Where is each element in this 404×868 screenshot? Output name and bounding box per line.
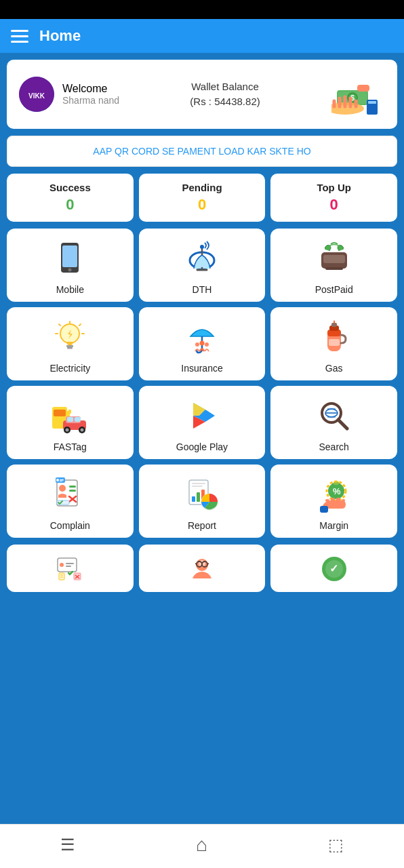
svg-point-17 xyxy=(68,269,72,272)
stat-value-pending: 0 xyxy=(198,196,206,214)
stat-label-pending: Pending xyxy=(182,182,222,193)
service-mobile[interactable]: Mobile xyxy=(7,229,134,302)
postpaid-icon xyxy=(312,238,356,279)
insurance-icon xyxy=(180,317,224,357)
svg-point-52 xyxy=(81,429,84,432)
wallet-info: Wallet Balance (Rs : 54438.82) xyxy=(190,79,260,110)
service-label-insurance: Insurance xyxy=(181,363,222,374)
svg-rect-76 xyxy=(60,479,64,481)
svg-rect-6 xyxy=(357,85,369,92)
service-label-postpaid: PostPaid xyxy=(315,284,353,295)
svg-rect-93 xyxy=(320,506,328,513)
wallet-label: Wallet Balance xyxy=(191,81,259,92)
service-label-fastag: FASTag xyxy=(54,441,87,452)
service-fastag[interactable]: FASTag xyxy=(7,386,134,459)
money-hand-icon: $ xyxy=(331,71,385,118)
svg-rect-83 xyxy=(192,483,205,484)
service-margin[interactable]: % Margin xyxy=(270,465,397,538)
service-dth[interactable]: DTH xyxy=(139,229,266,302)
hamburger-menu[interactable] xyxy=(11,30,28,43)
welcome-label: Welcome xyxy=(62,83,119,95)
stat-card-success[interactable]: Success 0 xyxy=(7,174,134,222)
qr-banner[interactable]: AAP QR CORD SE PAMENT LOAD KAR SKTE HO xyxy=(7,136,397,167)
nav-menu-button[interactable]: ☰ xyxy=(47,833,89,857)
service-label-electricity: Electricity xyxy=(49,363,90,374)
googleplay-icon xyxy=(180,395,224,436)
mobile-icon xyxy=(48,238,92,279)
stat-value-success: 0 xyxy=(66,196,74,214)
service-postpaid[interactable]: PostPaid xyxy=(270,229,397,302)
svg-text:%: % xyxy=(333,486,341,496)
svg-text:✓: ✓ xyxy=(329,563,338,574)
svg-rect-79 xyxy=(192,496,195,502)
svg-rect-70 xyxy=(69,490,76,492)
wallet-amount: (Rs : 54438.82) xyxy=(190,96,260,107)
svg-rect-53 xyxy=(67,417,73,422)
service-report[interactable]: Report xyxy=(139,465,266,538)
service-electricity[interactable]: Electricity xyxy=(7,307,134,380)
qr-banner-text: AAP QR CORD SE PAMENT LOAD KAR SKTE HO xyxy=(93,146,310,157)
partial-card-3[interactable]: ✓ xyxy=(270,545,397,592)
svg-rect-91 xyxy=(336,498,340,502)
svg-rect-27 xyxy=(66,345,73,347)
dth-icon xyxy=(180,238,224,279)
svg-point-20 xyxy=(200,245,204,249)
svg-point-68 xyxy=(59,485,66,492)
stats-row: Success 0 Pending 0 Top Up 0 xyxy=(7,174,397,222)
header-title: Home xyxy=(39,27,81,45)
services-grid: Mobile DTH xyxy=(7,229,397,538)
svg-rect-42 xyxy=(329,339,340,346)
svg-rect-46 xyxy=(68,410,71,414)
svg-rect-96 xyxy=(66,563,74,564)
nav-back-button[interactable]: ⬚ xyxy=(315,833,357,857)
svg-rect-90 xyxy=(331,498,335,502)
svg-rect-25 xyxy=(325,267,343,270)
service-googleplay[interactable]: Google Play xyxy=(139,386,266,459)
report-icon xyxy=(180,474,224,515)
service-label-search: Search xyxy=(319,441,348,452)
service-label-mobile: Mobile xyxy=(56,284,84,295)
welcome-left: VIKK Welcome Sharma nand xyxy=(19,77,119,112)
service-label-margin: Margin xyxy=(319,520,348,531)
svg-rect-54 xyxy=(75,417,81,422)
svg-rect-69 xyxy=(69,486,76,488)
service-label-gas: Gas xyxy=(325,363,343,374)
service-label-complain: Complain xyxy=(50,520,90,531)
stat-card-topup[interactable]: Top Up 0 xyxy=(270,174,397,222)
complain-icon xyxy=(48,474,92,515)
svg-point-95 xyxy=(60,563,64,567)
svg-point-51 xyxy=(66,429,69,432)
service-label-dth: DTH xyxy=(193,284,212,295)
partial-card-1[interactable] xyxy=(7,545,134,592)
svg-rect-84 xyxy=(192,486,203,487)
svg-rect-92 xyxy=(342,499,345,502)
svg-line-30 xyxy=(59,324,60,326)
gas-icon xyxy=(312,317,356,357)
svg-line-31 xyxy=(79,324,81,326)
svg-point-36 xyxy=(199,341,204,346)
svg-point-37 xyxy=(205,342,209,347)
service-gas[interactable]: Gas xyxy=(270,307,397,380)
stat-card-pending[interactable]: Pending 0 xyxy=(139,174,266,222)
svg-rect-89 xyxy=(325,499,329,502)
margin-icon: % xyxy=(312,474,356,515)
fastag-icon xyxy=(48,395,92,436)
nav-menu-icon: ☰ xyxy=(60,835,75,854)
service-complain[interactable]: Complain xyxy=(7,465,134,538)
nav-back-icon: ⬚ xyxy=(328,835,344,854)
partial-cards-row: ✓ xyxy=(7,545,397,592)
svg-rect-14 xyxy=(368,101,376,104)
electricity-icon xyxy=(48,317,92,357)
search-icon xyxy=(312,395,356,436)
partial-card-2[interactable] xyxy=(139,545,266,592)
user-name: Sharma nand xyxy=(62,95,119,106)
service-label-googleplay: Google Play xyxy=(176,441,228,452)
avatar: VIKK xyxy=(19,77,54,112)
svg-line-109 xyxy=(195,564,197,564)
service-insurance[interactable]: Insurance xyxy=(139,307,266,380)
svg-rect-16 xyxy=(62,245,77,267)
nav-home-button[interactable]: ⌂ xyxy=(182,831,221,859)
svg-text:VIKK: VIKK xyxy=(28,92,45,100)
main-content: VIKK Welcome Sharma nand Wallet Balance … xyxy=(0,53,404,824)
service-search[interactable]: Search xyxy=(270,386,397,459)
